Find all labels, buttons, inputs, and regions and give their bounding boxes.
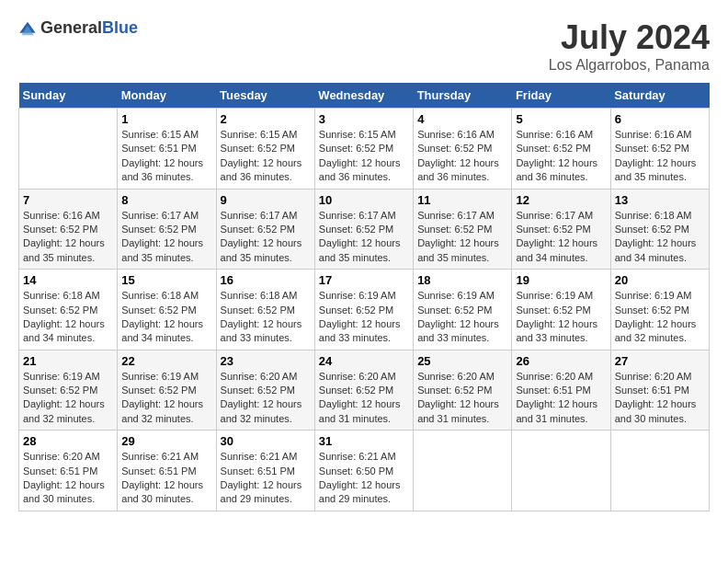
sunset-text: Sunset: 6:52 PM [221, 385, 295, 396]
day-number: 3 [319, 112, 409, 126]
sunset-text: Sunset: 6:52 PM [221, 143, 295, 154]
day-number: 29 [121, 434, 211, 448]
day-number: 11 [417, 193, 507, 207]
daylight-text: Daylight: 12 hours and 36 minutes. [121, 157, 203, 182]
daylight-text: Daylight: 12 hours and 30 minutes. [121, 479, 203, 504]
day-info: Sunrise: 6:17 AM Sunset: 6:52 PM Dayligh… [417, 209, 507, 266]
calendar-cell: 7 Sunrise: 6:16 AM Sunset: 6:52 PM Dayli… [19, 189, 118, 270]
calendar-cell: 17 Sunrise: 6:19 AM Sunset: 6:52 PM Dayl… [314, 270, 413, 350]
calendar-cell: 5 Sunrise: 6:16 AM Sunset: 6:52 PM Dayli… [512, 109, 610, 190]
day-info: Sunrise: 6:20 AM Sunset: 6:51 PM Dayligh… [615, 370, 705, 427]
sunset-text: Sunset: 6:52 PM [615, 304, 689, 316]
day-info: Sunrise: 6:17 AM Sunset: 6:52 PM Dayligh… [516, 209, 606, 266]
calendar-cell: 10 Sunrise: 6:17 AM Sunset: 6:52 PM Dayl… [314, 189, 413, 270]
sunset-text: Sunset: 6:51 PM [23, 465, 97, 477]
sunrise-text: Sunrise: 6:21 AM [121, 451, 199, 462]
sunrise-text: Sunrise: 6:20 AM [615, 371, 692, 382]
daylight-text: Daylight: 12 hours and 34 minutes. [615, 237, 697, 262]
sunset-text: Sunset: 6:52 PM [319, 143, 393, 154]
sunset-text: Sunset: 6:51 PM [221, 465, 295, 477]
day-number: 25 [417, 354, 507, 368]
sunrise-text: Sunrise: 6:16 AM [615, 129, 692, 140]
sunset-text: Sunset: 6:52 PM [221, 224, 295, 235]
calendar-week-row: 7 Sunrise: 6:16 AM Sunset: 6:52 PM Dayli… [19, 189, 710, 270]
sunrise-text: Sunrise: 6:17 AM [121, 210, 199, 221]
sunrise-text: Sunrise: 6:20 AM [319, 371, 396, 382]
day-info: Sunrise: 6:20 AM Sunset: 6:51 PM Dayligh… [23, 450, 113, 507]
sunrise-text: Sunrise: 6:17 AM [221, 210, 298, 221]
sunrise-text: Sunrise: 6:18 AM [121, 290, 199, 301]
day-info: Sunrise: 6:18 AM Sunset: 6:52 PM Dayligh… [221, 289, 311, 346]
weekday-header: Friday [512, 83, 610, 109]
sunset-text: Sunset: 6:51 PM [516, 385, 590, 396]
daylight-text: Daylight: 12 hours and 34 minutes. [23, 318, 105, 343]
sunrise-text: Sunrise: 6:16 AM [516, 129, 593, 140]
day-info: Sunrise: 6:21 AM Sunset: 6:51 PM Dayligh… [121, 450, 211, 507]
sunrise-text: Sunrise: 6:15 AM [221, 129, 298, 140]
weekday-header: Monday [118, 83, 216, 109]
sunrise-text: Sunrise: 6:19 AM [516, 290, 593, 301]
calendar-cell: 14 Sunrise: 6:18 AM Sunset: 6:52 PM Dayl… [19, 270, 118, 350]
day-info: Sunrise: 6:19 AM Sunset: 6:52 PM Dayligh… [417, 289, 507, 346]
daylight-text: Daylight: 12 hours and 33 minutes. [417, 318, 499, 343]
calendar-cell: 31 Sunrise: 6:21 AM Sunset: 6:50 PM Dayl… [314, 431, 413, 511]
day-info: Sunrise: 6:19 AM Sunset: 6:52 PM Dayligh… [615, 289, 705, 346]
calendar-week-row: 1 Sunrise: 6:15 AM Sunset: 6:51 PM Dayli… [19, 109, 710, 190]
day-number: 8 [121, 193, 211, 207]
daylight-text: Daylight: 12 hours and 32 minutes. [615, 318, 697, 343]
calendar-cell [610, 431, 709, 511]
calendar-table: SundayMondayTuesdayWednesdayThursdayFrid… [18, 83, 710, 511]
daylight-text: Daylight: 12 hours and 30 minutes. [23, 479, 105, 504]
calendar-cell: 12 Sunrise: 6:17 AM Sunset: 6:52 PM Dayl… [512, 189, 610, 270]
logo-text: GeneralBlue [40, 18, 138, 38]
day-info: Sunrise: 6:20 AM Sunset: 6:52 PM Dayligh… [417, 370, 507, 427]
day-info: Sunrise: 6:16 AM Sunset: 6:52 PM Dayligh… [23, 209, 113, 266]
sunset-text: Sunset: 6:52 PM [615, 143, 689, 154]
daylight-text: Daylight: 12 hours and 34 minutes. [121, 318, 203, 343]
sunset-text: Sunset: 6:52 PM [417, 304, 492, 316]
sunrise-text: Sunrise: 6:20 AM [417, 371, 495, 382]
calendar-header-row: SundayMondayTuesdayWednesdayThursdayFrid… [19, 83, 710, 109]
sunset-text: Sunset: 6:51 PM [121, 143, 196, 154]
sunrise-text: Sunrise: 6:17 AM [417, 210, 495, 221]
day-info: Sunrise: 6:17 AM Sunset: 6:52 PM Dayligh… [121, 209, 211, 266]
daylight-text: Daylight: 12 hours and 33 minutes. [516, 318, 597, 343]
daylight-text: Daylight: 12 hours and 32 minutes. [121, 398, 203, 423]
day-number: 9 [221, 193, 311, 207]
day-info: Sunrise: 6:17 AM Sunset: 6:52 PM Dayligh… [319, 209, 409, 266]
location-title: Los Algarrobos, Panama [549, 57, 710, 74]
daylight-text: Daylight: 12 hours and 29 minutes. [221, 479, 302, 504]
calendar-cell [19, 109, 118, 190]
day-info: Sunrise: 6:18 AM Sunset: 6:52 PM Dayligh… [23, 289, 113, 346]
day-info: Sunrise: 6:15 AM Sunset: 6:52 PM Dayligh… [221, 128, 311, 185]
calendar-cell: 4 Sunrise: 6:16 AM Sunset: 6:52 PM Dayli… [414, 109, 512, 190]
day-info: Sunrise: 6:19 AM Sunset: 6:52 PM Dayligh… [121, 370, 211, 427]
sunset-text: Sunset: 6:52 PM [516, 224, 590, 235]
daylight-text: Daylight: 12 hours and 36 minutes. [221, 157, 302, 182]
weekday-header: Thursday [414, 83, 512, 109]
sunset-text: Sunset: 6:52 PM [23, 224, 97, 235]
sunset-text: Sunset: 6:52 PM [121, 304, 196, 316]
day-info: Sunrise: 6:15 AM Sunset: 6:51 PM Dayligh… [121, 128, 211, 185]
weekday-header: Tuesday [216, 83, 314, 109]
daylight-text: Daylight: 12 hours and 29 minutes. [319, 479, 401, 504]
calendar-cell: 23 Sunrise: 6:20 AM Sunset: 6:52 PM Dayl… [216, 350, 314, 431]
day-number: 18 [417, 273, 507, 287]
sunrise-text: Sunrise: 6:18 AM [221, 290, 298, 301]
calendar-cell: 8 Sunrise: 6:17 AM Sunset: 6:52 PM Dayli… [118, 189, 216, 270]
day-number: 19 [516, 273, 606, 287]
daylight-text: Daylight: 12 hours and 36 minutes. [319, 157, 401, 182]
sunset-text: Sunset: 6:52 PM [615, 224, 689, 235]
calendar-cell: 15 Sunrise: 6:18 AM Sunset: 6:52 PM Dayl… [118, 270, 216, 350]
sunset-text: Sunset: 6:52 PM [516, 304, 590, 316]
calendar-cell: 13 Sunrise: 6:18 AM Sunset: 6:52 PM Dayl… [610, 189, 709, 270]
day-info: Sunrise: 6:18 AM Sunset: 6:52 PM Dayligh… [615, 209, 705, 266]
day-number: 2 [221, 112, 311, 126]
calendar-cell: 18 Sunrise: 6:19 AM Sunset: 6:52 PM Dayl… [414, 270, 512, 350]
sunrise-text: Sunrise: 6:17 AM [319, 210, 396, 221]
day-info: Sunrise: 6:20 AM Sunset: 6:52 PM Dayligh… [221, 370, 311, 427]
daylight-text: Daylight: 12 hours and 30 minutes. [615, 398, 697, 423]
calendar-cell [512, 431, 610, 511]
calendar-cell: 19 Sunrise: 6:19 AM Sunset: 6:52 PM Dayl… [512, 270, 610, 350]
sunrise-text: Sunrise: 6:15 AM [121, 129, 199, 140]
